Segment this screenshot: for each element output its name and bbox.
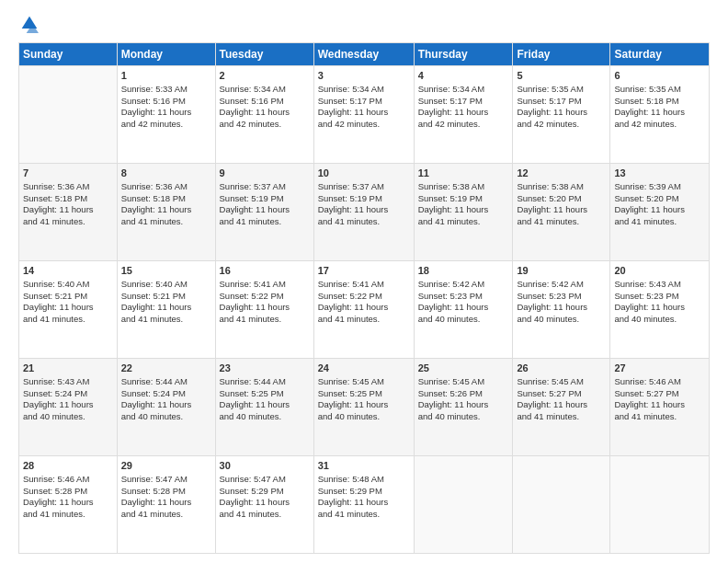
calendar-cell: 1Sunrise: 5:33 AMSunset: 5:16 PMDaylight… [117,66,215,164]
calendar-week-row: 1Sunrise: 5:33 AMSunset: 5:16 PMDaylight… [19,66,710,164]
calendar-week-row: 7Sunrise: 5:36 AMSunset: 5:18 PMDaylight… [19,164,710,261]
calendar-cell: 28Sunrise: 5:46 AMSunset: 5:28 PMDayligh… [19,456,118,554]
calendar-cell: 8Sunrise: 5:36 AMSunset: 5:18 PMDaylight… [117,164,215,261]
day-number: 22 [121,362,211,375]
day-number: 14 [23,264,113,278]
calendar-cell [414,456,513,554]
calendar-header-tuesday: Tuesday [215,43,313,66]
calendar-cell: 11Sunrise: 5:38 AMSunset: 5:19 PMDayligh… [414,164,513,261]
calendar-cell: 14Sunrise: 5:40 AMSunset: 5:21 PMDayligh… [19,261,118,359]
day-number: 28 [23,459,113,473]
calendar-cell: 17Sunrise: 5:41 AMSunset: 5:22 PMDayligh… [313,261,414,359]
calendar-header-sunday: Sunday [19,43,118,66]
page: SundayMondayTuesdayWednesdayThursdayFrid… [0,0,728,563]
calendar-week-row: 14Sunrise: 5:40 AMSunset: 5:21 PMDayligh… [19,261,710,359]
day-number: 30 [220,459,310,473]
day-number: 29 [121,459,211,473]
calendar-cell: 7Sunrise: 5:36 AMSunset: 5:18 PMDaylight… [19,164,118,261]
day-number: 3 [318,69,410,83]
day-number: 8 [121,167,211,180]
calendar-cell [610,456,710,554]
calendar-cell: 30Sunrise: 5:47 AMSunset: 5:29 PMDayligh… [215,456,313,554]
day-number: 7 [23,167,113,180]
day-number: 17 [318,264,410,278]
svg-marker-0 [22,17,38,29]
day-number: 2 [220,69,310,83]
calendar-cell: 20Sunrise: 5:43 AMSunset: 5:23 PMDayligh… [610,261,710,359]
calendar-cell: 21Sunrise: 5:43 AMSunset: 5:24 PMDayligh… [19,359,118,456]
calendar-cell [513,456,610,554]
day-number: 21 [23,362,113,375]
day-number: 9 [220,167,310,180]
calendar-cell: 19Sunrise: 5:42 AMSunset: 5:23 PMDayligh… [513,261,610,359]
calendar-cell: 29Sunrise: 5:47 AMSunset: 5:28 PMDayligh… [117,456,215,554]
calendar-cell: 31Sunrise: 5:48 AMSunset: 5:29 PMDayligh… [313,456,414,554]
calendar-cell: 22Sunrise: 5:44 AMSunset: 5:24 PMDayligh… [117,359,215,456]
day-number: 31 [318,459,410,473]
day-number: 25 [418,362,509,375]
calendar-header-thursday: Thursday [414,43,513,66]
calendar-cell: 3Sunrise: 5:34 AMSunset: 5:17 PMDaylight… [313,66,414,164]
day-number: 15 [121,264,211,278]
calendar-week-row: 21Sunrise: 5:43 AMSunset: 5:24 PMDayligh… [19,359,710,456]
calendar-cell: 26Sunrise: 5:45 AMSunset: 5:27 PMDayligh… [513,359,610,456]
day-number: 4 [418,69,509,83]
calendar-cell: 10Sunrise: 5:37 AMSunset: 5:19 PMDayligh… [313,164,414,261]
day-number: 6 [614,69,705,83]
header [18,15,710,33]
calendar-cell [19,66,118,164]
calendar-cell: 25Sunrise: 5:45 AMSunset: 5:26 PMDayligh… [414,359,513,456]
day-number: 10 [318,167,410,180]
calendar-cell: 18Sunrise: 5:42 AMSunset: 5:23 PMDayligh… [414,261,513,359]
calendar-cell: 16Sunrise: 5:41 AMSunset: 5:22 PMDayligh… [215,261,313,359]
calendar-header-wednesday: Wednesday [313,43,414,66]
day-number: 16 [220,264,310,278]
calendar-cell: 13Sunrise: 5:39 AMSunset: 5:20 PMDayligh… [610,164,710,261]
calendar-cell: 5Sunrise: 5:35 AMSunset: 5:17 PMDaylight… [513,66,610,164]
day-number: 18 [418,264,509,278]
calendar-cell: 27Sunrise: 5:46 AMSunset: 5:27 PMDayligh… [610,359,710,456]
calendar-cell: 4Sunrise: 5:34 AMSunset: 5:17 PMDaylight… [414,66,513,164]
calendar-cell: 2Sunrise: 5:34 AMSunset: 5:16 PMDaylight… [215,66,313,164]
calendar-header-friday: Friday [513,43,610,66]
day-number: 12 [517,167,606,180]
day-number: 26 [517,362,606,375]
calendar-week-row: 28Sunrise: 5:46 AMSunset: 5:28 PMDayligh… [19,456,710,554]
calendar-cell: 12Sunrise: 5:38 AMSunset: 5:20 PMDayligh… [513,164,610,261]
day-number: 13 [614,167,705,180]
day-number: 24 [318,362,410,375]
day-number: 20 [614,264,705,278]
calendar-header-saturday: Saturday [610,43,710,66]
calendar-header-monday: Monday [117,43,215,66]
calendar-cell: 24Sunrise: 5:45 AMSunset: 5:25 PMDayligh… [313,359,414,456]
calendar-table: SundayMondayTuesdayWednesdayThursdayFrid… [18,42,710,554]
day-number: 23 [220,362,310,375]
day-number: 5 [517,69,606,83]
logo-icon [20,15,39,33]
day-number: 1 [121,69,211,83]
calendar-cell: 23Sunrise: 5:44 AMSunset: 5:25 PMDayligh… [215,359,313,456]
day-number: 27 [614,362,705,375]
calendar-cell: 9Sunrise: 5:37 AMSunset: 5:19 PMDaylight… [215,164,313,261]
calendar-header-row: SundayMondayTuesdayWednesdayThursdayFrid… [19,43,710,66]
calendar-cell: 6Sunrise: 5:35 AMSunset: 5:18 PMDaylight… [610,66,710,164]
logo [18,15,39,33]
day-number: 19 [517,264,606,278]
calendar-cell: 15Sunrise: 5:40 AMSunset: 5:21 PMDayligh… [117,261,215,359]
day-number: 11 [418,167,509,180]
